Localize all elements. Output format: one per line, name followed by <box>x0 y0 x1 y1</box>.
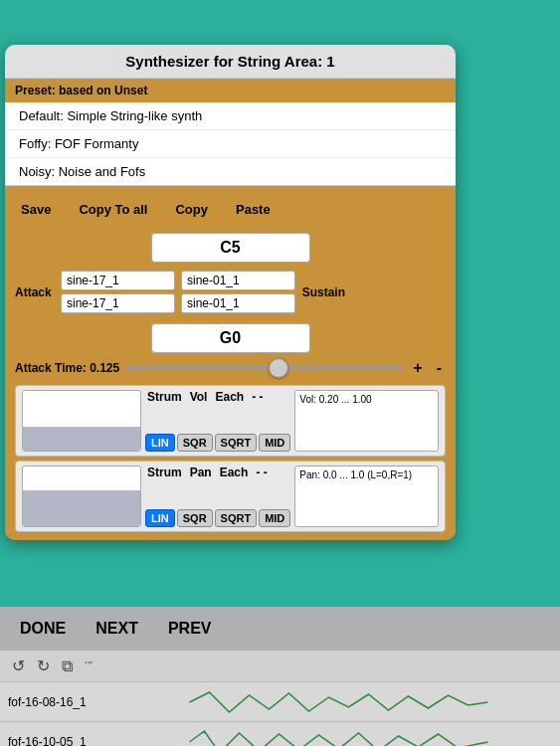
copy-to-all-button[interactable]: Copy To all <box>75 200 151 219</box>
vol-envelope-row: Strum Vol Each - - LIN SQR SQRT MID Vol:… <box>15 385 446 457</box>
copy-button[interactable]: Copy <box>171 200 212 219</box>
vol-sqr-btn[interactable]: SQR <box>177 434 213 452</box>
prev-button[interactable]: PREV <box>168 620 212 638</box>
done-button[interactable]: DONE <box>20 620 66 638</box>
attack-sustain-row: Attack Sustain <box>15 271 446 313</box>
pan-mid-btn[interactable]: MID <box>259 509 290 527</box>
attack-time-row: Attack Time: 0.125 + - <box>15 359 446 377</box>
attack-field-0[interactable] <box>61 271 175 290</box>
pan-dash-btn[interactable]: - - <box>254 466 269 479</box>
vol-lin-btn[interactable]: LIN <box>145 434 175 452</box>
vol-top-row: Strum Vol Each - - <box>145 390 290 404</box>
waveform-svg-1 <box>125 727 552 747</box>
vol-mid-btn[interactable]: MID <box>259 434 290 452</box>
attack-time-slider[interactable] <box>125 366 403 370</box>
pan-controls: Strum Pan Each - - LIN SQR SQRT MID <box>145 466 290 527</box>
preset-label: Preset: based on Unset <box>5 79 456 102</box>
attack-label: Attack <box>15 285 55 299</box>
save-button[interactable]: Save <box>17 200 55 219</box>
bottom-bar: DONE NEXT PREV ↺ ↻ ⧉ ’’’ fof-16-08-16_1 … <box>0 607 560 746</box>
vol-sqrt-btn[interactable]: SQRT <box>215 434 258 452</box>
vol-btn-row: LIN SQR SQRT MID <box>145 434 290 452</box>
copy2-button[interactable]: ⧉ <box>62 657 73 675</box>
vol-dash-btn[interactable]: - - <box>250 390 265 404</box>
preset-item-1[interactable]: Foffy: FOF Formanty <box>5 130 456 158</box>
synth-panel: Synthesizer for String Area: 1 Preset: b… <box>5 45 456 540</box>
list-item[interactable]: fof-16-08-16_1 <box>0 682 560 722</box>
vol-vol-btn[interactable]: Vol <box>188 390 210 404</box>
vol-controls: Strum Vol Each - - LIN SQR SQRT MID <box>145 390 290 452</box>
waveform-label-1: fof-16-10-05_1 <box>8 735 117 747</box>
undo-button[interactable]: ↺ <box>12 656 25 675</box>
panel-title: Synthesizer for String Area: 1 <box>5 45 456 79</box>
top-note-display[interactable]: C5 <box>151 233 310 263</box>
vol-each-btn[interactable]: Each <box>213 390 246 404</box>
toolbar2: ↺ ↻ ⧉ ’’’ <box>0 651 560 682</box>
pan-strum-btn[interactable]: Strum <box>145 466 184 479</box>
preset-item-2[interactable]: Noisy: Noise and Fofs <box>5 158 456 185</box>
dnp-bar: DONE NEXT PREV <box>0 607 560 651</box>
preset-item-0[interactable]: Default: Simple String-like synth <box>5 102 456 130</box>
sustain-fields <box>181 271 295 313</box>
attack-fields <box>61 271 175 313</box>
redo-button[interactable]: ↻ <box>37 656 50 675</box>
sustain-field-0[interactable] <box>181 271 295 290</box>
preset-dropdown: Default: Simple String-like synth Foffy:… <box>5 102 456 186</box>
pan-sqrt-btn[interactable]: SQRT <box>215 509 258 527</box>
vol-graph <box>22 390 141 452</box>
vol-strum-btn[interactable]: Strum <box>145 390 184 404</box>
slider-thumb[interactable] <box>269 358 288 378</box>
sustain-field-1[interactable] <box>181 293 295 313</box>
waveform-svg-0 <box>125 687 552 717</box>
pan-range-label: Pan: 0.0 ... 1.0 (L=0,R=1) <box>295 466 438 483</box>
pan-top-row: Strum Pan Each - - <box>145 466 290 479</box>
toolbar: Save Copy To all Copy Paste <box>5 194 456 225</box>
pan-sqr-btn[interactable]: SQR <box>177 509 213 527</box>
pan-envelope-row: Strum Pan Each - - LIN SQR SQRT MID Pan:… <box>15 461 446 532</box>
attack-time-plus[interactable]: + <box>409 359 426 377</box>
paste-button[interactable]: Paste <box>232 200 275 219</box>
attack-time-label: Attack Time: 0.125 <box>15 361 119 375</box>
attack-field-1[interactable] <box>61 293 175 313</box>
pan-pan-btn[interactable]: Pan <box>188 466 214 479</box>
envelope-section: Strum Vol Each - - LIN SQR SQRT MID Vol:… <box>15 385 446 532</box>
synth-body: C5 Attack Sustain G0 Attack Time: 0.125 <box>5 225 456 540</box>
waveform-label-0: fof-16-08-16_1 <box>8 695 117 709</box>
waveform-list: fof-16-08-16_1 fof-16-10-05_1 fof-16-10-… <box>0 682 560 746</box>
attack-time-minus[interactable]: - <box>433 359 446 377</box>
quote-marks: ’’’ <box>85 658 93 673</box>
pan-each-btn[interactable]: Each <box>218 466 251 479</box>
list-item[interactable]: fof-16-10-05_1 <box>0 722 560 746</box>
vol-right-graph: Vol: 0.20 ... 1.00 <box>294 390 439 452</box>
pan-right-graph: Pan: 0.0 ... 1.0 (L=0,R=1) <box>294 466 439 527</box>
next-button[interactable]: NEXT <box>95 620 138 638</box>
bottom-note-display[interactable]: G0 <box>151 323 310 353</box>
pan-btn-row: LIN SQR SQRT MID <box>145 509 290 527</box>
pan-lin-btn[interactable]: LIN <box>145 509 175 527</box>
sustain-label: Sustain <box>301 285 345 299</box>
pan-graph <box>22 466 141 527</box>
vol-range-label: Vol: 0.20 ... 1.00 <box>295 391 438 408</box>
